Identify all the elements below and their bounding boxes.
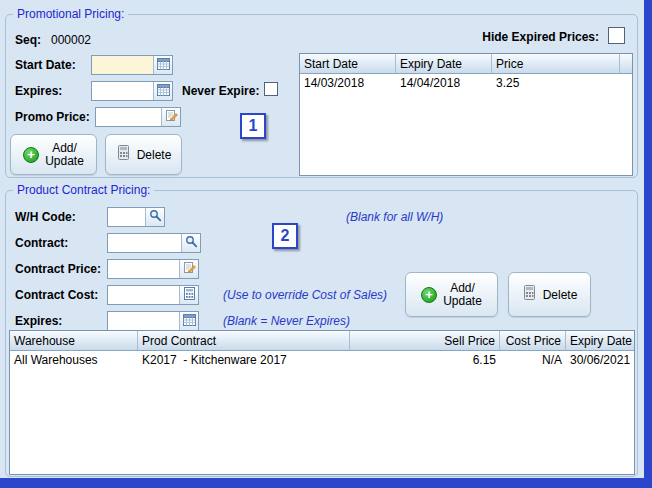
product-contract-pricing-title: Product Contract Pricing: — [13, 183, 154, 197]
contract-expires-input[interactable] — [107, 311, 199, 331]
calendar-icon — [157, 57, 170, 73]
calendar-icon — [183, 313, 196, 329]
edit-icon — [165, 109, 178, 125]
seq-value: 000002 — [51, 33, 91, 47]
delete-label: Delete — [137, 148, 172, 162]
never-expire-label: Never Expire: — [182, 84, 259, 98]
column-header-price[interactable]: Price — [492, 54, 620, 73]
promo-price-edit-button[interactable] — [161, 108, 180, 126]
contract-expires-value — [108, 312, 179, 330]
column-header-cost-price[interactable]: Cost Price — [500, 331, 566, 350]
promotional-pricing-title: Promotional Pricing: — [13, 7, 128, 21]
contract-cost-value — [108, 286, 179, 304]
annotation-marker-1: 1 — [240, 113, 266, 139]
promo-add-update-button[interactable]: Add/ Update — [10, 134, 97, 175]
contract-pricing-table: Warehouse Prod Contract Sell Price Cost … — [9, 330, 635, 475]
hide-expired-label: Hide Expired Prices: — [482, 30, 599, 44]
wh-code-label: W/H Code: — [15, 210, 76, 224]
pricing-window: Promotional Pricing: Seq: 000002 Hide Ex… — [0, 0, 652, 488]
contract-input[interactable] — [107, 233, 201, 253]
start-date-calendar-button[interactable] — [153, 56, 172, 74]
cell-start-date: 14/03/2018 — [300, 74, 396, 93]
wh-code-input[interactable] — [107, 207, 165, 227]
cell-warehouse: All Warehouses — [10, 351, 138, 370]
contract-add-update-button[interactable]: Add/ Update — [405, 272, 498, 317]
start-date-label: Start Date: — [15, 58, 76, 72]
cell-expiry-date: 30/06/2021 — [566, 351, 634, 370]
contract-cost-calculator-button[interactable] — [179, 286, 198, 304]
delete-icon — [116, 145, 131, 164]
annotation-marker-2: 2 — [272, 223, 298, 249]
contract-price-input[interactable] — [107, 259, 199, 279]
column-header-prod-contract[interactable]: Prod Contract — [138, 331, 350, 350]
promo-delete-button[interactable]: Delete — [105, 134, 182, 175]
calculator-icon — [183, 287, 196, 303]
delete-label: Delete — [543, 288, 578, 302]
never-expire-checkbox[interactable] — [264, 82, 278, 96]
cell-prod-contract: K2017 - Kitchenware 2017 — [138, 351, 350, 370]
start-date-value — [92, 56, 153, 74]
add-update-label-line2: Update — [45, 155, 84, 168]
contract-price-value — [108, 260, 179, 278]
contract-label: Contract: — [15, 236, 68, 250]
search-icon — [149, 209, 162, 225]
promo-table-header: Start Date Expiry Date Price — [300, 54, 632, 74]
contract-search-button[interactable] — [181, 234, 200, 252]
table-row[interactable]: 14/03/2018 14/04/2018 3.25 — [300, 74, 632, 93]
column-header-warehouse[interactable]: Warehouse — [10, 331, 138, 350]
contract-expires-calendar-button[interactable] — [179, 312, 198, 330]
delete-icon — [522, 285, 537, 304]
seq-label: Seq: — [15, 33, 41, 47]
wh-code-search-button[interactable] — [145, 208, 164, 226]
column-header-expiry-date[interactable]: Expiry Date — [396, 54, 492, 73]
window-border-right — [644, 0, 652, 488]
add-icon — [421, 287, 437, 303]
promotional-pricing-group: Promotional Pricing: Seq: 000002 Hide Ex… — [5, 14, 638, 178]
column-header-expiry-date[interactable]: Expiry Date — [566, 331, 634, 350]
start-date-input[interactable] — [91, 55, 173, 75]
add-icon — [23, 147, 39, 163]
cell-price: 3.25 — [492, 74, 620, 93]
cell-expiry-date: 14/04/2018 — [396, 74, 492, 93]
table-row[interactable]: All Warehouses K2017 - Kitchenware 2017 … — [10, 351, 634, 370]
expires-value — [92, 82, 153, 100]
contract-table-header: Warehouse Prod Contract Sell Price Cost … — [10, 331, 634, 351]
wh-code-hint: (Blank for all W/H) — [346, 210, 443, 224]
contract-expires-label: Expires: — [15, 314, 62, 328]
calendar-icon — [157, 83, 170, 99]
product-contract-pricing-group: Product Contract Pricing: W/H Code: (Bla… — [5, 190, 638, 477]
promo-prices-table: Start Date Expiry Date Price 14/03/2018 … — [299, 53, 633, 176]
promo-price-input[interactable] — [95, 107, 181, 127]
expires-input[interactable] — [91, 81, 173, 101]
contract-value — [108, 234, 181, 252]
cell-cost-price: N/A — [500, 351, 566, 370]
column-header-filler — [620, 54, 632, 73]
contract-price-edit-button[interactable] — [179, 260, 198, 278]
column-header-sell-price[interactable]: Sell Price — [350, 331, 500, 350]
contract-expires-hint: (Blank = Never Expires) — [223, 314, 350, 328]
expires-label: Expires: — [15, 84, 62, 98]
promo-price-value — [96, 108, 161, 126]
wh-code-value — [108, 208, 145, 226]
contract-delete-button[interactable]: Delete — [508, 272, 591, 317]
edit-icon — [183, 261, 196, 277]
add-update-label-line2: Update — [443, 295, 482, 308]
search-icon — [185, 235, 198, 251]
contract-cost-hint: (Use to override Cost of Sales) — [223, 288, 387, 302]
window-border-bottom — [0, 478, 652, 488]
add-update-label-line1: Add/ — [450, 282, 475, 295]
column-header-start-date[interactable]: Start Date — [300, 54, 396, 73]
contract-price-label: Contract Price: — [15, 262, 101, 276]
add-update-label-line1: Add/ — [52, 142, 77, 155]
hide-expired-checkbox[interactable] — [608, 27, 625, 44]
cell-sell-price: 6.15 — [350, 351, 500, 370]
promo-price-label: Promo Price: — [15, 110, 90, 124]
contract-cost-label: Contract Cost: — [15, 288, 98, 302]
contract-cost-input[interactable] — [107, 285, 199, 305]
expires-calendar-button[interactable] — [153, 82, 172, 100]
